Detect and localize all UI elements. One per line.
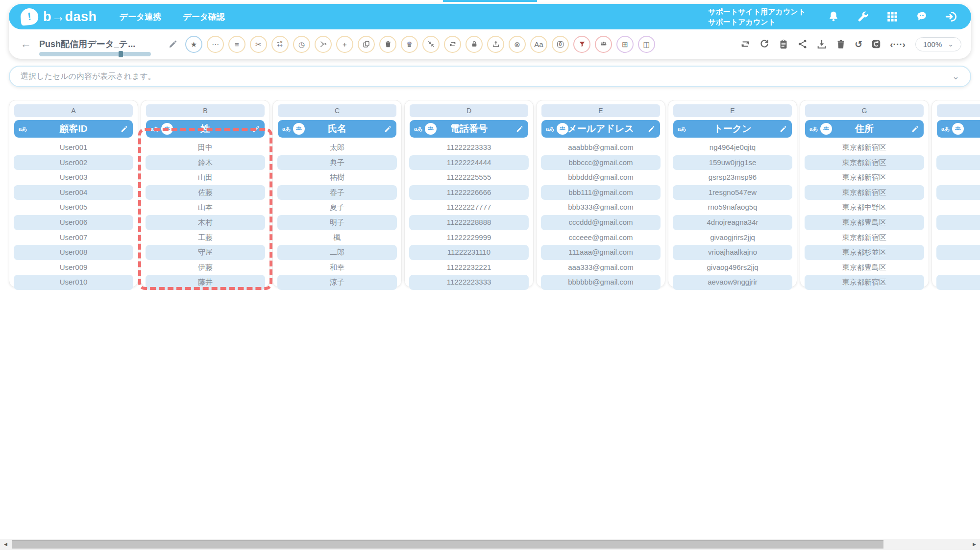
cell[interactable]: 11222223333 bbox=[409, 275, 529, 290]
column-letter[interactable]: C bbox=[278, 104, 396, 117]
cell[interactable]: bbbddd@gmail.com bbox=[541, 170, 661, 185]
cell[interactable] bbox=[936, 185, 980, 200]
cell[interactable]: 山本 bbox=[146, 200, 265, 215]
cell[interactable]: ng4964je0qjtq bbox=[673, 140, 792, 155]
cell[interactable]: User002 bbox=[14, 155, 133, 170]
cell[interactable]: 典子 bbox=[277, 155, 397, 170]
edit-pencil-icon[interactable] bbox=[121, 125, 128, 133]
cell[interactable]: rno59nafaog5q bbox=[673, 200, 792, 215]
cell[interactable]: User010 bbox=[14, 275, 133, 290]
column-letter[interactable]: B bbox=[146, 104, 265, 117]
cell[interactable]: User009 bbox=[14, 260, 133, 275]
cell[interactable]: gsrsp23msp96 bbox=[673, 170, 792, 185]
column-field-header[interactable]: aあ 顧客ID bbox=[14, 120, 133, 138]
cell[interactable]: User007 bbox=[14, 230, 133, 245]
support-chat-mascot-icon[interactable] bbox=[915, 10, 928, 23]
cell[interactable]: 11222228888 bbox=[409, 215, 529, 230]
delete-icon[interactable] bbox=[379, 36, 396, 53]
cell[interactable]: User004 bbox=[14, 185, 133, 200]
cell[interactable]: 東京都中野区 bbox=[805, 200, 924, 215]
cell[interactable] bbox=[936, 230, 980, 245]
share-icon[interactable] bbox=[797, 39, 808, 49]
cell[interactable]: 春子 bbox=[277, 185, 397, 200]
cell[interactable]: bbbccc@gmail.com bbox=[541, 155, 661, 170]
cell[interactable]: 伊藤 bbox=[146, 260, 265, 275]
cell[interactable]: givaogjrirs2jjq bbox=[673, 230, 792, 245]
cell[interactable]: 11222225555 bbox=[409, 170, 529, 185]
nav-data-integration[interactable]: データ連携 bbox=[120, 11, 162, 23]
cell[interactable]: 111aaa@gmail.com bbox=[541, 245, 661, 260]
column-field-header[interactable]: aあ bbox=[937, 120, 980, 138]
horizontal-scrollbar-thumb[interactable] bbox=[12, 540, 883, 549]
column-field-header[interactable]: aあ 姓 bbox=[146, 120, 265, 138]
cell[interactable]: 涼子 bbox=[277, 275, 397, 290]
cell[interactable]: vrioajhaalkajno bbox=[673, 245, 792, 260]
filter-funnel-icon[interactable] bbox=[573, 36, 590, 53]
cell[interactable]: 1resgno547ew bbox=[673, 185, 792, 200]
formula-expand-chevron-icon[interactable]: ⌄ bbox=[952, 71, 959, 82]
column-letter[interactable]: D bbox=[410, 104, 528, 117]
column-letter[interactable] bbox=[937, 104, 980, 117]
cell[interactable]: 東京都新宿区 bbox=[805, 155, 924, 170]
cell[interactable]: 東京都豊島区 bbox=[805, 215, 924, 230]
edit-pencil-icon[interactable] bbox=[384, 125, 392, 133]
cell[interactable]: User003 bbox=[14, 170, 133, 185]
cell[interactable] bbox=[936, 140, 980, 155]
crown-icon[interactable]: ♛ bbox=[401, 36, 418, 53]
cell[interactable]: User005 bbox=[14, 200, 133, 215]
column-letter[interactable]: G bbox=[805, 104, 924, 117]
column-field-header[interactable]: aあ 住所 bbox=[805, 120, 924, 138]
favorite-star-icon[interactable]: ★ bbox=[185, 36, 202, 53]
settings-wrench-icon[interactable] bbox=[857, 10, 869, 23]
cell[interactable]: 159uw0jrjg1se bbox=[673, 155, 792, 170]
group-people-icon[interactable] bbox=[595, 36, 612, 53]
cell[interactable]: 4dnojreagna34r bbox=[673, 215, 792, 230]
timer-icon[interactable]: ◷ bbox=[293, 36, 310, 53]
refresh-icon[interactable] bbox=[759, 39, 770, 49]
cell[interactable]: 鈴木 bbox=[146, 155, 265, 170]
nav-data-confirm[interactable]: データ確認 bbox=[183, 11, 225, 23]
align-rows-icon[interactable]: ≡ bbox=[228, 36, 245, 53]
cell[interactable]: 11222223333 bbox=[409, 140, 529, 155]
edit-pencil-icon[interactable] bbox=[911, 125, 919, 133]
text-format-icon[interactable]: Aa bbox=[530, 36, 547, 53]
column-letter[interactable]: A bbox=[14, 104, 133, 117]
cell[interactable]: 11222229999 bbox=[409, 230, 529, 245]
trash-icon[interactable] bbox=[835, 39, 846, 49]
title-scrollbar-thumb[interactable] bbox=[119, 51, 123, 57]
upload-icon[interactable] bbox=[487, 36, 504, 53]
cell[interactable] bbox=[936, 260, 980, 275]
title-scrollbar[interactable] bbox=[39, 52, 151, 56]
apps-grid-icon[interactable] bbox=[886, 10, 899, 23]
edit-pencil-icon[interactable] bbox=[648, 125, 655, 133]
cell[interactable]: aaabbb@gmail.com bbox=[541, 140, 661, 155]
rename-pencil-icon[interactable] bbox=[169, 40, 177, 48]
duplicate-icon[interactable] bbox=[358, 36, 375, 53]
formula-bar[interactable]: 選択したセルの内容が表示されます。 ⌄ bbox=[9, 66, 971, 87]
cell[interactable]: 11222224444 bbox=[409, 155, 529, 170]
cell[interactable] bbox=[936, 245, 980, 260]
sheet-title[interactable]: Push配信用データ_テ... bbox=[39, 39, 135, 49]
cell[interactable]: 田中 bbox=[146, 140, 265, 155]
cell[interactable]: 夏子 bbox=[277, 200, 397, 215]
column-field-header[interactable]: aあ 電話番号 bbox=[410, 120, 528, 138]
cell[interactable]: 太郎 bbox=[277, 140, 397, 155]
cell[interactable]: 東京都新宿区 bbox=[805, 185, 924, 200]
cell[interactable]: ccceee@gmail.com bbox=[541, 230, 661, 245]
split-branch-icon[interactable] bbox=[315, 36, 332, 53]
cell[interactable]: 東京都新宿区 bbox=[805, 140, 924, 155]
cell[interactable]: 山田 bbox=[146, 170, 265, 185]
cell[interactable]: 二郎 bbox=[277, 245, 397, 260]
split-columns-icon[interactable]: ◫ bbox=[638, 36, 655, 53]
number-box-icon[interactable]: 0 bbox=[552, 36, 569, 53]
cut-scissors-icon[interactable]: ✂ bbox=[250, 36, 267, 53]
cell[interactable]: User006 bbox=[14, 215, 133, 230]
cell[interactable]: bbb111@gmail.com bbox=[541, 185, 661, 200]
cell[interactable]: cccddd@gmail.com bbox=[541, 215, 661, 230]
code-view-icon[interactable]: ‹···› bbox=[890, 40, 906, 49]
cell[interactable]: bbb333@gmail.com bbox=[541, 200, 661, 215]
notifications-bell-icon[interactable] bbox=[827, 10, 840, 23]
table-grid-icon[interactable]: ⊞ bbox=[616, 36, 634, 53]
remove-circle-icon[interactable]: ⊗ bbox=[509, 36, 526, 53]
cell[interactable]: bbbbbb@gmail.com bbox=[541, 275, 661, 290]
